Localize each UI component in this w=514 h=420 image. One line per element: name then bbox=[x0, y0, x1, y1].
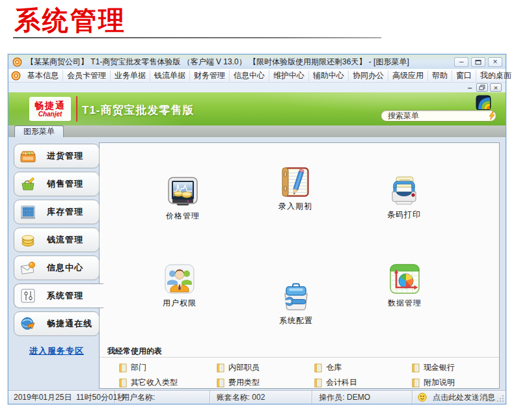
shortcut-label: 录入期初 bbox=[269, 201, 321, 212]
menu-item-basic-info[interactable]: 基本信息 bbox=[23, 70, 63, 81]
menu-item-collaboration[interactable]: 协同办公 bbox=[349, 70, 388, 81]
maximize-button[interactable] bbox=[471, 57, 485, 67]
shortcut-system-config[interactable]: 系统配置 bbox=[270, 281, 322, 326]
sidebar-item-label: 库存管理 bbox=[47, 206, 83, 218]
menu-item-help[interactable]: 帮助 bbox=[428, 70, 452, 81]
mdi-minimize-button[interactable]: – bbox=[465, 85, 474, 91]
system-config-icon bbox=[280, 281, 312, 312]
frequent-item-label: 其它收入类型 bbox=[131, 377, 178, 388]
menu-item-my-desktop[interactable]: 我的桌面 bbox=[476, 70, 514, 81]
system-sliders-icon bbox=[20, 287, 36, 304]
shortcut-label: 系统配置 bbox=[270, 315, 322, 326]
menu-item-cashflow-docs[interactable]: 钱流单据 bbox=[150, 70, 190, 81]
frequent-table-additional-note[interactable]: 附加说明 bbox=[412, 377, 509, 388]
menu-item-finance[interactable]: 财务管理 bbox=[190, 70, 230, 81]
shortcut-label: 用户权限 bbox=[154, 298, 206, 309]
user-permission-icon bbox=[164, 263, 195, 295]
price-management-icon bbox=[167, 176, 198, 207]
mdi-close-button[interactable]: × bbox=[490, 83, 502, 92]
menu-item-advanced[interactable]: 高级应用 bbox=[388, 70, 428, 81]
menu-item-member-card[interactable]: 会员卡管理 bbox=[63, 70, 111, 81]
close-button[interactable]: × bbox=[488, 57, 502, 67]
sidebar-item-sales[interactable]: 销售管理 bbox=[14, 172, 100, 196]
page: 系统管理 【某某商贸公司】 T1-商贸宝批发零售体验版 （客户端 V 13.0）… bbox=[0, 0, 514, 420]
titlebar: 【某某商贸公司】 T1-商贸宝批发零售体验版 （客户端 V 13.0） 【限时体… bbox=[8, 55, 506, 69]
sidebar-item-label: 畅捷通在线 bbox=[47, 318, 92, 330]
frequent-tables: 部门 内部职员 仓库 现金银行 bbox=[119, 360, 509, 390]
sidebar-item-cashflow[interactable]: 钱流管理 bbox=[14, 228, 100, 252]
status-message[interactable]: 点击此处发送消息 bbox=[413, 391, 495, 404]
search-input[interactable] bbox=[388, 111, 489, 120]
table-doc-icon bbox=[217, 363, 224, 373]
resize-grip[interactable] bbox=[495, 391, 506, 404]
frequent-item-label: 部门 bbox=[131, 362, 146, 373]
frequent-table-staff[interactable]: 内部职员 bbox=[217, 362, 314, 373]
table-doc-icon bbox=[314, 378, 322, 387]
menu-item-info-center[interactable]: 信息中心 bbox=[230, 70, 269, 81]
shortcut-barcode-print[interactable]: 条码打印 bbox=[378, 175, 430, 220]
shortcut-data-management[interactable]: 数据管理 bbox=[379, 263, 431, 309]
app-window: 【某某商贸公司】 T1-商贸宝批发零售体验版 （客户端 V 13.0） 【限时体… bbox=[8, 54, 506, 404]
chanjet-logo-cn: 畅捷通 bbox=[34, 101, 66, 111]
sidebar-item-inventory[interactable]: 库存管理 bbox=[14, 200, 100, 224]
logo-divider bbox=[76, 96, 77, 122]
opening-balance-icon bbox=[280, 166, 311, 198]
menu-item-assist[interactable]: 辅助中心 bbox=[309, 70, 349, 81]
search-lightning-icon[interactable] bbox=[489, 111, 495, 120]
sales-icon bbox=[20, 176, 36, 192]
sidebar-item-label: 系统管理 bbox=[47, 290, 83, 302]
smiley-icon bbox=[418, 393, 427, 402]
status-message-label: 点击此处发送消息 bbox=[433, 392, 495, 403]
frequent-item-label: 仓库 bbox=[326, 362, 342, 373]
frequent-table-accounting-subject[interactable]: 会计科目 bbox=[314, 377, 412, 388]
frequent-table-department[interactable]: 部门 bbox=[119, 362, 217, 373]
sidebar-item-system[interactable]: 系统管理 bbox=[14, 283, 103, 308]
shortcut-label: 价格管理 bbox=[157, 211, 209, 222]
menubar: 基本信息 会员卡管理 业务单据 钱流单据 财务管理 信息中心 维护中心 辅助中心… bbox=[8, 69, 506, 83]
menu-item-maintenance[interactable]: 维护中心 bbox=[269, 70, 309, 81]
app-coin-icon bbox=[12, 57, 22, 67]
frequent-item-label: 费用类型 bbox=[228, 377, 260, 388]
frequent-table-cash-bank[interactable]: 现金银行 bbox=[412, 362, 509, 373]
tabstrip: 图形菜单 bbox=[8, 125, 506, 138]
mdi-strip: – × bbox=[8, 83, 506, 92]
theme-palette-icon[interactable] bbox=[476, 95, 491, 111]
banner: 畅捷通 Chanjet T1-商贸宝批发零售版 bbox=[8, 92, 506, 125]
frequent-item-label: 现金银行 bbox=[424, 362, 455, 373]
status-datetime: 2019年01月25日 11时50分01秒 bbox=[8, 391, 115, 404]
sidebar-item-info-center[interactable]: 信息中心 bbox=[14, 256, 100, 280]
sidebar: 进货管理 销售管理 库存管理 bbox=[14, 144, 105, 339]
service-zone-link[interactable]: 进入服务专区 bbox=[14, 345, 100, 357]
menu-item-window[interactable]: 窗口 bbox=[452, 70, 476, 81]
frequent-table-other-income-type[interactable]: 其它收入类型 bbox=[119, 377, 217, 388]
status-account: 账套名称: 002 bbox=[210, 391, 313, 404]
sidebar-item-chanjet-online[interactable]: 畅捷通在线 bbox=[14, 311, 100, 336]
shortcut-user-permission[interactable]: 用户权限 bbox=[154, 263, 206, 309]
frequent-table-warehouse[interactable]: 仓库 bbox=[314, 362, 412, 373]
content-panel: 价格管理 bbox=[99, 142, 500, 389]
table-doc-icon bbox=[314, 363, 322, 373]
purchase-icon bbox=[20, 148, 36, 164]
menu-item-business-docs[interactable]: 业务单据 bbox=[111, 70, 150, 81]
frequent-item-label: 附加说明 bbox=[424, 377, 455, 388]
sidebar-item-label: 信息中心 bbox=[47, 262, 83, 274]
frequent-table-expense-type[interactable]: 费用类型 bbox=[217, 377, 314, 388]
tab-graphic-menu[interactable]: 图形菜单 bbox=[14, 125, 64, 137]
table-doc-icon bbox=[217, 378, 224, 387]
globe-arrow-icon bbox=[20, 315, 36, 332]
table-doc-icon bbox=[412, 363, 420, 373]
shortcut-label: 数据管理 bbox=[379, 298, 431, 309]
table-doc-icon bbox=[412, 378, 420, 387]
frequent-tables-title: 我经常使用的表 bbox=[107, 346, 162, 357]
minimize-button[interactable]: – bbox=[454, 57, 468, 67]
mdi-restore-button[interactable] bbox=[476, 83, 488, 92]
frequent-item-label: 内部职员 bbox=[228, 362, 260, 373]
shortcut-price-management[interactable]: 价格管理 bbox=[157, 176, 209, 222]
window-title: 【某某商贸公司】 T1-商贸宝批发零售体验版 （客户端 V 13.0） 【限时体… bbox=[26, 57, 454, 68]
sidebar-item-label: 进货管理 bbox=[47, 150, 83, 162]
barcode-print-icon bbox=[388, 175, 420, 206]
sidebar-item-purchase[interactable]: 进货管理 bbox=[14, 144, 100, 168]
data-management-icon bbox=[389, 263, 420, 295]
mail-info-icon bbox=[20, 259, 36, 276]
shortcut-opening-balance[interactable]: 录入期初 bbox=[269, 166, 321, 212]
